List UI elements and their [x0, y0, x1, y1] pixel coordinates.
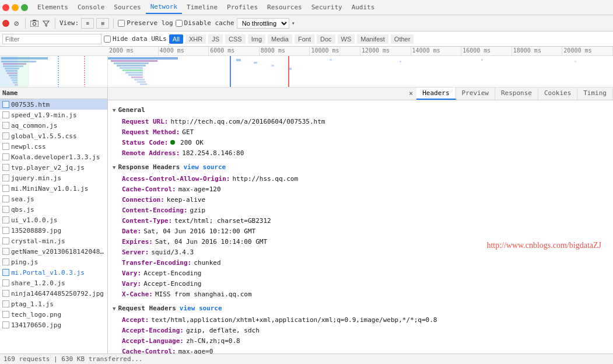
file-item-tvp[interactable]: tvp.player_v2_jq.js — [0, 162, 107, 173]
throttle-dropdown[interactable]: No throttling — [237, 18, 289, 29]
tab-response[interactable]: Response — [495, 88, 538, 100]
file-item-sea[interactable]: sea.js — [0, 194, 107, 204]
tab-security[interactable]: Security — [307, 1, 347, 13]
file-item-crystal[interactable]: crystal-min.js — [0, 236, 107, 246]
tab-console[interactable]: Console — [73, 1, 109, 13]
transfer-encoding-value: chunked — [194, 258, 220, 268]
tab-audits[interactable]: Audits — [347, 1, 380, 13]
file-name-ninja: ninja146474485250792.jpg — [11, 290, 104, 298]
disable-cache-checkbox[interactable] — [176, 20, 183, 27]
file-item-134170650[interactable]: 134170650.jpg — [0, 320, 107, 330]
view-large-button[interactable]: ⊞ — [96, 18, 109, 29]
file-item-007535[interactable]: 007535.htm — [0, 99, 107, 110]
request-view-source-link[interactable]: view source — [180, 303, 222, 314]
file-item-135208889[interactable]: 135208889.jpg — [0, 225, 107, 236]
filter-all-button[interactable]: All — [169, 34, 183, 44]
tick-20000: 20000 ms — [562, 47, 613, 55]
throttle-arrow: ▾ — [292, 20, 295, 26]
close-detail-button[interactable]: × — [405, 88, 416, 100]
file-item-speed[interactable]: speed_v1.9-min.js — [0, 110, 107, 120]
response-view-source-link[interactable]: view source — [183, 162, 226, 173]
hide-data-urls-checkbox[interactable] — [104, 36, 111, 43]
maximize-window-button[interactable] — [21, 4, 28, 11]
close-window-button[interactable] — [2, 4, 9, 11]
file-name-sea: sea.js — [11, 195, 34, 203]
filter-css-button[interactable]: CSS — [225, 34, 246, 44]
vary-key-1: Vary: — [122, 268, 141, 279]
filter-xhr-button[interactable]: XHR — [185, 34, 206, 44]
file-item-jquery[interactable]: jquery.min.js — [0, 173, 107, 183]
file-item-ui[interactable]: ui_v1.0.0.js — [0, 215, 107, 225]
file-item-tech-logo[interactable]: tech_logo.png — [0, 309, 107, 320]
file-item-koala[interactable]: Koala.developer1.3.3.js — [0, 152, 107, 162]
request-url-value: http://tech.qq.com/a/20160604/007535.htm — [170, 117, 325, 127]
filter-manifest-button[interactable]: Manifest — [357, 34, 388, 44]
vary-value-2: Accept-Encoding — [143, 279, 201, 289]
svg-rect-24 — [122, 69, 143, 71]
file-item-share[interactable]: share_1.2.0.js — [0, 278, 107, 288]
content-encoding-key: Content-Encoding: — [122, 205, 188, 216]
status-code-value: 200 OK — [170, 138, 203, 148]
filter-other-button[interactable]: Other — [391, 34, 414, 44]
tab-profiles[interactable]: Profiles — [222, 1, 262, 13]
file-icon-sea — [2, 195, 9, 202]
file-item-mininav[interactable]: mi.MiniNav_v1.0.1.js — [0, 183, 107, 194]
minimize-window-button[interactable] — [12, 4, 19, 11]
file-list-body[interactable]: 007535.htm speed_v1.9-min.js aq_common.j… — [0, 99, 107, 354]
disable-cache-label[interactable]: Disable cache — [176, 19, 234, 27]
filter-font-button[interactable]: Font — [295, 34, 314, 44]
accept-encoding-row: Accept-Encoding: gzip, deflate, sdch — [113, 326, 608, 336]
detail-panel: × Headers Preview Response Cookies Timin… — [108, 88, 613, 354]
tab-headers[interactable]: Headers — [416, 88, 456, 100]
separator-2 — [55, 18, 55, 29]
response-headers-section[interactable]: Response Headers view source — [113, 162, 608, 173]
tab-network[interactable]: Network — [146, 1, 182, 14]
file-item-getname[interactable]: getName_v20130618142048... — [0, 246, 107, 257]
filter-ws-button[interactable]: WS — [338, 34, 355, 44]
file-item-ping[interactable]: ping.js — [0, 257, 107, 267]
svg-rect-19 — [108, 57, 178, 60]
tab-timeline[interactable]: Timeline — [182, 1, 222, 13]
filter-img-button[interactable]: Img — [248, 34, 265, 44]
tab-resources[interactable]: Resources — [262, 1, 307, 13]
devtools-window: Elements Console Sources Network Timelin… — [0, 0, 613, 364]
file-icon-aq — [2, 122, 9, 129]
tick-12000: 12000 ms — [360, 47, 411, 55]
filter-button[interactable] — [41, 19, 51, 28]
remote-address-key: Remote Address: — [122, 148, 180, 159]
file-item-qbs[interactable]: qbs.js — [0, 204, 107, 215]
tab-sources[interactable]: Sources — [109, 1, 145, 13]
file-item-ninja[interactable]: ninja146474485250792.jpg — [0, 288, 107, 299]
file-icon-speed — [2, 111, 9, 118]
view-label: View: — [59, 19, 79, 27]
tick-2000: 2000 ms — [108, 47, 159, 55]
view-list-button[interactable]: ≡ — [81, 18, 94, 29]
preserve-log-checkbox[interactable] — [118, 20, 125, 27]
date-row: Date: Sat, 04 Jun 2016 10:12:00 GMT — [113, 226, 608, 237]
file-item-ptag[interactable]: ptag_1.1.js — [0, 299, 107, 309]
record-button[interactable] — [2, 20, 9, 27]
req-cache-control-key: Cache-Control: — [122, 346, 176, 354]
request-url-key: Request URL: — [122, 117, 168, 127]
preserve-log-label[interactable]: Preserve log — [118, 19, 173, 27]
content-type-value: text/html; charset=GB2312 — [174, 216, 271, 226]
file-icon-global — [2, 132, 9, 139]
camera-button[interactable] — [30, 19, 39, 28]
filter-media-button[interactable]: Media — [268, 34, 292, 44]
svg-rect-29 — [137, 81, 146, 83]
filter-doc-button[interactable]: Doc — [317, 34, 335, 44]
file-item-portal[interactable]: mi.Portal_v1.0.3.js — [0, 267, 107, 278]
file-item-global[interactable]: global_v1.5.5.css — [0, 131, 107, 141]
general-section-header[interactable]: General — [113, 105, 608, 116]
tab-elements[interactable]: Elements — [33, 1, 73, 13]
tab-preview[interactable]: Preview — [456, 88, 495, 100]
hide-data-urls-label[interactable]: Hide data URLs — [104, 35, 167, 43]
file-item-aq[interactable]: aq_common.js — [0, 120, 107, 131]
tab-timing[interactable]: Timing — [577, 88, 613, 100]
filter-js-button[interactable]: JS — [208, 34, 223, 44]
stop-button[interactable]: ⊘ — [12, 19, 21, 28]
request-headers-section[interactable]: Request Headers view source — [113, 303, 608, 314]
filter-input[interactable] — [2, 34, 101, 44]
tab-cookies[interactable]: Cookies — [538, 88, 577, 100]
file-item-newpl[interactable]: newpl.css — [0, 141, 107, 152]
